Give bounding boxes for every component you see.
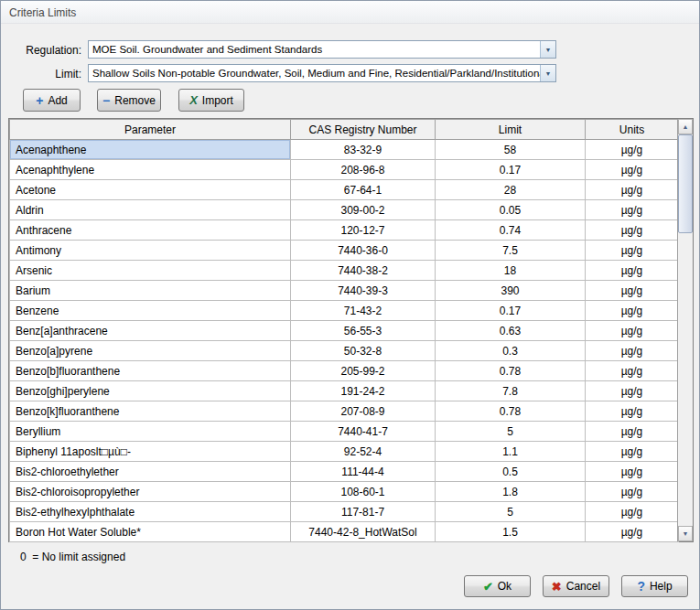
- parameter-cell[interactable]: Acenaphthylene: [10, 160, 291, 180]
- units-cell[interactable]: µg/g: [586, 442, 679, 462]
- table-row[interactable]: Acetone67-64-128µg/g: [10, 180, 679, 200]
- parameter-cell[interactable]: Beryllium: [10, 422, 291, 442]
- table-row[interactable]: Biphenyl 11aposlt□µù□-92-52-41.1µg/g: [10, 442, 679, 462]
- vertical-scrollbar[interactable]: ▲ ▼: [677, 119, 693, 541]
- limit-cell[interactable]: 0.78: [436, 401, 586, 422]
- cas-cell[interactable]: 111-44-4: [291, 462, 436, 482]
- table-row[interactable]: Benzo[b]fluoranthene205-99-20.78µg/g: [10, 361, 679, 381]
- ok-button[interactable]: ✔ Ok: [464, 575, 531, 597]
- parameter-cell[interactable]: Bis2-chloroisopropylether: [10, 482, 291, 502]
- limit-cell[interactable]: 0.63: [436, 321, 586, 341]
- units-cell[interactable]: µg/g: [586, 241, 679, 261]
- units-cell[interactable]: µg/g: [586, 281, 679, 301]
- cas-cell[interactable]: 309-00-2: [291, 200, 436, 220]
- table-row[interactable]: Bis2-chloroethylether111-44-40.5µg/g: [10, 462, 679, 482]
- cas-cell[interactable]: 92-52-4: [291, 442, 436, 462]
- table-row[interactable]: Bis2-ethylhexylphthalate117-81-75µg/g: [10, 502, 679, 522]
- parameter-cell[interactable]: Biphenyl 11aposlt□µù□-: [10, 442, 291, 462]
- parameter-cell[interactable]: Benzo[a]pyrene: [10, 341, 291, 361]
- units-cell[interactable]: µg/g: [586, 140, 679, 160]
- limit-cell[interactable]: 0.74: [436, 220, 586, 241]
- units-cell[interactable]: µg/g: [586, 180, 679, 200]
- limit-cell[interactable]: 1.1: [436, 442, 586, 462]
- header-parameter[interactable]: Parameter: [10, 120, 291, 140]
- cas-cell[interactable]: 56-55-3: [291, 321, 436, 341]
- cas-cell[interactable]: 50-32-8: [291, 341, 436, 361]
- table-row[interactable]: Acenaphthene83-32-958µg/g: [10, 140, 679, 160]
- limit-cell[interactable]: 0.17: [436, 301, 586, 321]
- table-row[interactable]: Barium7440-39-3390µg/g: [10, 281, 679, 301]
- cas-cell[interactable]: 205-99-2: [291, 361, 436, 381]
- cas-cell[interactable]: 67-64-1: [291, 180, 436, 200]
- parameter-cell[interactable]: Boron Hot Water Soluble*: [10, 522, 291, 542]
- limit-cell[interactable]: 1.8: [436, 482, 586, 502]
- table-row[interactable]: Beryllium7440-41-75µg/g: [10, 422, 679, 442]
- header-units[interactable]: Units: [586, 120, 679, 140]
- cas-cell[interactable]: 7440-36-0: [291, 241, 436, 261]
- units-cell[interactable]: µg/g: [586, 522, 679, 542]
- parameter-cell[interactable]: Benzene: [10, 301, 291, 321]
- cas-cell[interactable]: 7440-39-3: [291, 281, 436, 301]
- limit-cell[interactable]: 5: [436, 502, 586, 522]
- parameter-cell[interactable]: Barium: [10, 281, 291, 301]
- limit-cell[interactable]: 1.5: [436, 522, 586, 542]
- units-cell[interactable]: µg/g: [586, 341, 679, 361]
- table-row[interactable]: Anthracene120-12-70.74µg/g: [10, 220, 679, 241]
- parameter-cell[interactable]: Antimony: [10, 241, 291, 261]
- units-cell[interactable]: µg/g: [586, 482, 679, 502]
- parameter-cell[interactable]: Arsenic: [10, 261, 291, 281]
- parameter-cell[interactable]: Aldrin: [10, 200, 291, 220]
- header-cas-registry-number[interactable]: CAS Registry Number: [291, 120, 436, 140]
- units-cell[interactable]: µg/g: [586, 200, 679, 220]
- units-cell[interactable]: µg/g: [586, 381, 679, 401]
- help-button[interactable]: ? Help: [621, 575, 688, 597]
- units-cell[interactable]: µg/g: [586, 401, 679, 422]
- table-row[interactable]: Benzene71-43-20.17µg/g: [10, 301, 679, 321]
- limit-cell[interactable]: 7.5: [436, 241, 586, 261]
- parameter-cell[interactable]: Benz[a]anthracene: [10, 321, 291, 341]
- cas-cell[interactable]: 117-81-7: [291, 502, 436, 522]
- units-cell[interactable]: µg/g: [586, 361, 679, 381]
- table-row[interactable]: Antimony7440-36-07.5µg/g: [10, 241, 679, 261]
- remove-button[interactable]: − Remove: [97, 89, 161, 112]
- cas-cell[interactable]: 207-08-9: [291, 401, 436, 422]
- parameter-cell[interactable]: Acetone: [10, 180, 291, 200]
- limit-dropdown-button[interactable]: ▼: [540, 65, 555, 81]
- parameter-cell[interactable]: Benzo[b]fluoranthene: [10, 361, 291, 381]
- parameter-cell[interactable]: Anthracene: [10, 220, 291, 241]
- scrollbar-thumb[interactable]: [678, 134, 693, 233]
- limit-cell[interactable]: 58: [436, 140, 586, 160]
- table-row[interactable]: Arsenic7440-38-218µg/g: [10, 261, 679, 281]
- limit-cell[interactable]: 0.05: [436, 200, 586, 220]
- cancel-button[interactable]: ✖ Cancel: [543, 575, 609, 597]
- cas-cell[interactable]: 7440-41-7: [291, 422, 436, 442]
- scroll-down-button[interactable]: ▼: [678, 526, 693, 541]
- cas-cell[interactable]: 191-24-2: [291, 381, 436, 401]
- table-row[interactable]: Benzo[ghi]perylene191-24-27.8µg/g: [10, 381, 679, 401]
- limit-cell[interactable]: 0.78: [436, 361, 586, 381]
- parameter-cell[interactable]: Bis2-ethylhexylphthalate: [10, 502, 291, 522]
- table-row[interactable]: Benzo[a]pyrene50-32-80.3µg/g: [10, 341, 679, 361]
- table-row[interactable]: Benz[a]anthracene56-55-30.63µg/g: [10, 321, 679, 341]
- parameter-cell[interactable]: Acenaphthene: [10, 140, 291, 160]
- regulation-dropdown[interactable]: MOE Soil. Groundwater and Sediment Stand…: [88, 40, 556, 59]
- table-row[interactable]: Bis2-chloroisopropylether108-60-11.8µg/g: [10, 482, 679, 502]
- units-cell[interactable]: µg/g: [586, 261, 679, 281]
- limit-dropdown[interactable]: Shallow Soils Non-potable Groundwater, S…: [88, 64, 556, 82]
- parameter-cell[interactable]: Bis2-chloroethylether: [10, 462, 291, 482]
- limit-cell[interactable]: 18: [436, 261, 586, 281]
- cas-cell[interactable]: 108-60-1: [291, 482, 436, 502]
- units-cell[interactable]: µg/g: [586, 502, 679, 522]
- units-cell[interactable]: µg/g: [586, 301, 679, 321]
- units-cell[interactable]: µg/g: [586, 462, 679, 482]
- table-row[interactable]: Benzo[k]fluoranthene207-08-90.78µg/g: [10, 401, 679, 422]
- add-button[interactable]: + Add: [23, 89, 81, 112]
- title-bar[interactable]: Criteria Limits: [1, 1, 699, 24]
- limit-cell[interactable]: 0.3: [436, 341, 586, 361]
- table-row[interactable]: Boron Hot Water Soluble*7440-42-8_HotWat…: [10, 522, 679, 542]
- units-cell[interactable]: µg/g: [586, 321, 679, 341]
- limit-cell[interactable]: 390: [436, 281, 586, 301]
- limit-cell[interactable]: 0.17: [436, 160, 586, 180]
- units-cell[interactable]: µg/g: [586, 160, 679, 180]
- parameter-cell[interactable]: Benzo[k]fluoranthene: [10, 401, 291, 422]
